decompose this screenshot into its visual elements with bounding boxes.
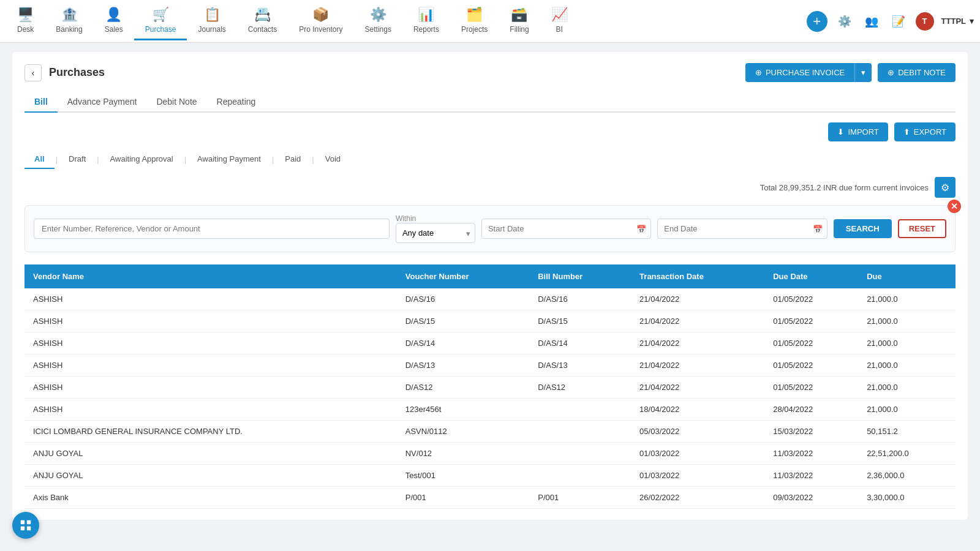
page-header: ‹ Purchases ⊕ PURCHASE INVOICE ▾ ⊕ DEBIT… bbox=[24, 63, 956, 82]
within-select[interactable]: Any date This week This month This year … bbox=[396, 223, 475, 243]
cell-due: 50,151.2 bbox=[858, 421, 956, 443]
cell-bill[interactable] bbox=[529, 443, 631, 465]
start-date-input[interactable] bbox=[481, 219, 651, 239]
users-icon[interactable]: 👥 bbox=[862, 12, 881, 31]
table-row: ASHISH 123er456t 18/04/2022 28/04/2022 2… bbox=[24, 399, 956, 421]
nav-item-sales[interactable]: 👤 Sales bbox=[94, 2, 134, 40]
export-button[interactable]: ⬆ EXPORT bbox=[894, 122, 956, 141]
cell-vendor[interactable]: ASHISH bbox=[24, 354, 397, 377]
cell-voucher[interactable]: D/AS/13 bbox=[397, 354, 530, 377]
summary-bar: Total 28,99,351.2 INR due form current i… bbox=[24, 177, 956, 198]
debit-note-button[interactable]: ⊕ DEBIT NOTE bbox=[878, 63, 956, 82]
purchase-invoice-button[interactable]: ⊕ PURCHASE INVOICE bbox=[745, 63, 854, 82]
nav-item-journals[interactable]: 📋 Journals bbox=[187, 2, 236, 40]
cell-trans-date: 05/03/2022 bbox=[631, 421, 764, 443]
cell-vendor[interactable]: ASHISH bbox=[24, 332, 397, 354]
contacts-icon: 📇 bbox=[254, 7, 271, 23]
cell-voucher[interactable]: D/AS12 bbox=[397, 377, 530, 399]
cell-voucher[interactable]: D/AS/14 bbox=[397, 332, 530, 354]
tab-advance-payment[interactable]: Advance Payment bbox=[58, 92, 147, 113]
cell-due-date: 11/03/2022 bbox=[764, 443, 858, 465]
cell-bill[interactable]: D/AS12 bbox=[529, 377, 631, 399]
cell-bill[interactable] bbox=[529, 399, 631, 421]
tab-bill[interactable]: Bill bbox=[24, 92, 58, 113]
company-avatar[interactable]: T bbox=[916, 12, 934, 31]
filter-paid[interactable]: Paid bbox=[275, 150, 311, 169]
cell-voucher[interactable]: D/AS/15 bbox=[397, 310, 530, 332]
purchase-invoice-dropdown[interactable]: ▾ bbox=[854, 63, 872, 82]
cell-voucher[interactable]: P/001 bbox=[397, 487, 530, 509]
cell-voucher[interactable]: Test/001 bbox=[397, 465, 530, 487]
within-group: Within Any date This week This month Thi… bbox=[396, 214, 475, 243]
col-voucher-number: Voucher Number bbox=[397, 264, 530, 288]
svg-rect-0 bbox=[21, 520, 24, 524]
cell-due-date: 01/05/2022 bbox=[764, 310, 858, 332]
nav-item-reports[interactable]: 📊 Reports bbox=[402, 2, 450, 40]
filter-awaiting-approval[interactable]: Awaiting Approval bbox=[100, 150, 183, 169]
settings-icon: ⚙️ bbox=[370, 7, 386, 23]
svg-rect-3 bbox=[27, 527, 31, 530]
plus-icon-2: ⊕ bbox=[888, 68, 894, 77]
bottom-app-button[interactable] bbox=[12, 512, 39, 539]
filter-awaiting-payment[interactable]: Awaiting Payment bbox=[187, 150, 271, 169]
col-due-date: Due Date bbox=[764, 264, 858, 288]
nav-item-contacts[interactable]: 📇 Contacts bbox=[237, 2, 288, 40]
col-transaction-date: Transaction Date bbox=[631, 264, 764, 288]
cell-vendor[interactable]: ASHISH bbox=[24, 377, 397, 399]
table-row: ICICI LOMBARD GENERAL INSURANCE COMPANY … bbox=[24, 421, 956, 443]
tab-debit-note[interactable]: Debit Note bbox=[146, 92, 206, 113]
nav-item-bi[interactable]: 📈 BI bbox=[540, 2, 579, 40]
cell-voucher[interactable]: ASVN/0112 bbox=[397, 421, 530, 443]
reset-button[interactable]: RESET bbox=[898, 219, 946, 238]
cell-vendor[interactable]: ICICI LOMBARD GENERAL INSURANCE COMPANY … bbox=[24, 421, 397, 443]
cell-due: 21,000.0 bbox=[858, 288, 956, 310]
close-filter-button[interactable]: ✕ bbox=[948, 200, 961, 213]
filter-all[interactable]: All bbox=[24, 150, 55, 169]
cell-voucher[interactable]: D/AS/16 bbox=[397, 288, 530, 310]
filter-draft[interactable]: Draft bbox=[59, 150, 96, 169]
cell-vendor[interactable]: ASHISH bbox=[24, 310, 397, 332]
cell-trans-date: 01/03/2022 bbox=[631, 443, 764, 465]
nav-item-settings[interactable]: ⚙️ Settings bbox=[354, 2, 402, 40]
cell-voucher[interactable]: NV/012 bbox=[397, 443, 530, 465]
cell-bill[interactable] bbox=[529, 465, 631, 487]
cell-vendor[interactable]: ANJU GOYAL bbox=[24, 465, 397, 487]
grid-icon bbox=[19, 519, 32, 532]
cell-vendor[interactable]: Axis Bank bbox=[24, 487, 397, 509]
nav-item-projects[interactable]: 🗂️ Projects bbox=[450, 2, 499, 40]
nav-item-banking[interactable]: 🏦 Banking bbox=[45, 2, 93, 40]
cell-vendor[interactable]: ANJU GOYAL bbox=[24, 443, 397, 465]
cell-bill[interactable]: D/AS/15 bbox=[529, 310, 631, 332]
cell-trans-date: 21/04/2022 bbox=[631, 332, 764, 354]
cell-bill[interactable]: D/AS/16 bbox=[529, 288, 631, 310]
back-button[interactable]: ‹ bbox=[24, 64, 42, 81]
nav-item-desk[interactable]: 🖥️ Desk bbox=[6, 2, 45, 40]
cell-due: 21,000.0 bbox=[858, 399, 956, 421]
cell-bill[interactable] bbox=[529, 421, 631, 443]
tab-repeating[interactable]: Repeating bbox=[207, 92, 266, 113]
cell-bill[interactable]: D/AS/13 bbox=[529, 354, 631, 377]
cell-vendor[interactable]: ASHISH bbox=[24, 399, 397, 421]
search-input[interactable] bbox=[34, 219, 390, 239]
nav-item-pro-inventory[interactable]: 📦 Pro Inventory bbox=[288, 2, 353, 40]
table-row: ASHISH D/AS12 D/AS12 21/04/2022 01/05/20… bbox=[24, 377, 956, 399]
table-settings-button[interactable]: ⚙ bbox=[935, 177, 956, 198]
company-name[interactable]: TTTPL ▾ bbox=[941, 17, 974, 26]
add-button[interactable]: + bbox=[807, 11, 827, 32]
notes-icon[interactable]: 📝 bbox=[889, 12, 908, 31]
cell-vendor[interactable]: ASHISH bbox=[24, 288, 397, 310]
settings-gear-icon[interactable]: ⚙️ bbox=[835, 12, 854, 31]
nav-item-purchase[interactable]: 🛒 Purchase bbox=[134, 2, 187, 40]
data-table: Vendor Name Voucher Number Bill Number T… bbox=[24, 264, 956, 509]
import-button[interactable]: ⬇ IMPORT bbox=[828, 122, 888, 141]
action-bar: ⬇ IMPORT ⬆ EXPORT bbox=[24, 122, 956, 141]
end-date-input[interactable] bbox=[657, 219, 827, 239]
cell-trans-date: 21/04/2022 bbox=[631, 288, 764, 310]
nav-item-filling[interactable]: 🗃️ Filling bbox=[499, 2, 540, 40]
cell-bill[interactable]: P/001 bbox=[529, 487, 631, 509]
search-button[interactable]: SEARCH bbox=[834, 219, 892, 238]
sub-tabs: Bill Advance Payment Debit Note Repeatin… bbox=[24, 92, 956, 113]
cell-bill[interactable]: D/AS/14 bbox=[529, 332, 631, 354]
cell-voucher[interactable]: 123er456t bbox=[397, 399, 530, 421]
filter-void[interactable]: Void bbox=[315, 150, 350, 169]
